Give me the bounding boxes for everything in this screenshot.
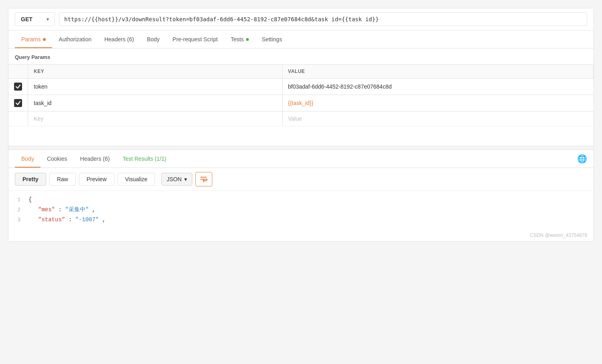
row2-checkbox[interactable]: [14, 99, 22, 107]
tab-response-cookies-label: Cookies: [47, 156, 67, 162]
row3-value[interactable]: Value: [282, 111, 593, 126]
params-dot: [43, 38, 46, 41]
row3-key[interactable]: Key: [28, 111, 283, 126]
json-key-mes: "mes": [38, 206, 55, 213]
request-spacer: [8, 126, 594, 146]
tab-headers-label: Headers (6): [104, 36, 134, 42]
row2-check-cell: [8, 95, 28, 111]
line-num-3: 3: [8, 215, 28, 224]
tab-params[interactable]: Params: [15, 30, 52, 48]
tab-response-body-label: Body: [21, 156, 34, 162]
method-label: GET: [21, 16, 33, 22]
raw-button[interactable]: Raw: [49, 173, 76, 186]
tab-response-test-results[interactable]: Test Results (1/1): [116, 150, 173, 168]
json-colon-1: :: [58, 206, 65, 213]
json-comma-1: ,: [92, 206, 95, 213]
tab-authorization[interactable]: Authorization: [52, 30, 98, 48]
json-chevron-icon: ▾: [184, 176, 187, 182]
preview-button[interactable]: Preview: [79, 173, 114, 186]
response-tabs-bar: Body Cookies Headers (6) Test Results (1…: [8, 150, 594, 168]
json-line-2: 2 "mes" : "采集中" ,: [8, 205, 594, 215]
row2-key[interactable]: task_id: [28, 95, 283, 111]
response-tabs-left: Body Cookies Headers (6) Test Results (1…: [15, 150, 173, 168]
url-bar: GET ▾: [8, 8, 594, 30]
col-value-header: VALUE: [282, 65, 593, 79]
json-open-brace: {: [28, 195, 32, 205]
visualize-button[interactable]: Visualize: [118, 173, 155, 186]
tab-authorization-label: Authorization: [59, 36, 92, 42]
tab-response-test-results-label: Test Results (1/1): [122, 156, 166, 162]
row1-key[interactable]: token: [28, 79, 283, 95]
response-tabs-right: 🌐: [577, 154, 587, 164]
json-value-status: "-1007": [75, 216, 99, 223]
row1-check-cell: [8, 79, 28, 95]
tests-dot: [246, 38, 249, 41]
tab-headers[interactable]: Headers (6): [98, 30, 140, 48]
col-check-header: [8, 65, 28, 79]
query-params-title: Query Params: [8, 49, 594, 64]
method-selector[interactable]: GET ▾: [15, 12, 55, 26]
row2-key-value: task_id: [34, 100, 51, 106]
line-num-2: 2: [8, 205, 28, 214]
json-colon-2: :: [69, 216, 75, 223]
url-input[interactable]: [59, 12, 587, 26]
tab-params-label: Params: [21, 36, 41, 42]
tab-prerequest-label: Pre-request Script: [173, 36, 218, 42]
row2-value[interactable]: {{task_id}}: [282, 95, 593, 111]
row3-key-placeholder: Key: [34, 115, 43, 122]
table-row: task_id {{task_id}}: [8, 95, 594, 111]
tab-settings-label: Settings: [262, 36, 282, 42]
tab-response-body[interactable]: Body: [15, 150, 41, 168]
table-row: Key Value: [8, 111, 594, 126]
line-num-1: 1: [8, 195, 28, 204]
request-tabs-bar: Params Authorization Headers (6) Body Pr…: [8, 30, 594, 49]
json-format-label: JSON: [167, 176, 181, 182]
row3-value-placeholder: Value: [288, 115, 302, 122]
tab-tests[interactable]: Tests: [224, 30, 256, 48]
params-table: KEY VALUE token bf03adaf-6dd6-445: [8, 64, 594, 126]
row1-value[interactable]: bf03adaf-6dd6-4452-8192-c87e07684c8d: [282, 79, 593, 95]
tab-response-headers-label: Headers (6): [80, 156, 110, 162]
row1-value-text: bf03adaf-6dd6-4452-8192-c87e07684c8d: [288, 83, 392, 90]
table-row: token bf03adaf-6dd6-4452-8192-c87e07684c…: [8, 79, 594, 95]
tab-prerequest[interactable]: Pre-request Script: [166, 30, 224, 48]
json-key-status: "status": [38, 216, 65, 223]
pretty-button[interactable]: Pretty: [15, 173, 46, 186]
row1-key-value: token: [34, 83, 47, 90]
json-comma-2: ,: [102, 216, 106, 223]
json-body: 1 { 2 "mes" : "采集中" , 3 "status" : "-100…: [8, 191, 594, 229]
row3-check-cell: [8, 111, 28, 126]
col-key-header: KEY: [28, 65, 283, 79]
tab-tests-label: Tests: [231, 36, 244, 42]
section-divider: [8, 146, 594, 150]
tab-body-label: Body: [147, 36, 160, 42]
row2-value-text: {{task_id}}: [288, 100, 313, 106]
tab-response-cookies[interactable]: Cookies: [41, 150, 74, 168]
json-selector[interactable]: JSON ▾: [161, 173, 192, 186]
method-chevron-icon: ▾: [47, 16, 49, 22]
watermark-text: CSDN @weixin_43754879: [530, 233, 587, 238]
json-line-3-content: "status" : "-1007" ,: [28, 215, 106, 225]
tab-settings[interactable]: Settings: [255, 30, 289, 48]
json-line-1: 1 {: [8, 195, 594, 205]
wrap-button[interactable]: [195, 172, 212, 186]
tab-body[interactable]: Body: [140, 30, 166, 48]
tab-response-headers[interactable]: Headers (6): [74, 150, 116, 168]
globe-icon: 🌐: [577, 154, 587, 164]
json-line-3: 3 "status" : "-1007" ,: [8, 215, 594, 225]
format-bar: Pretty Raw Preview Visualize JSON ▾: [8, 168, 594, 191]
json-value-mes: "采集中": [65, 206, 89, 213]
footer-watermark: CSDN @weixin_43754879: [8, 229, 594, 241]
json-line-2-content: "mes" : "采集中" ,: [28, 205, 96, 215]
row1-checkbox[interactable]: [14, 83, 22, 91]
